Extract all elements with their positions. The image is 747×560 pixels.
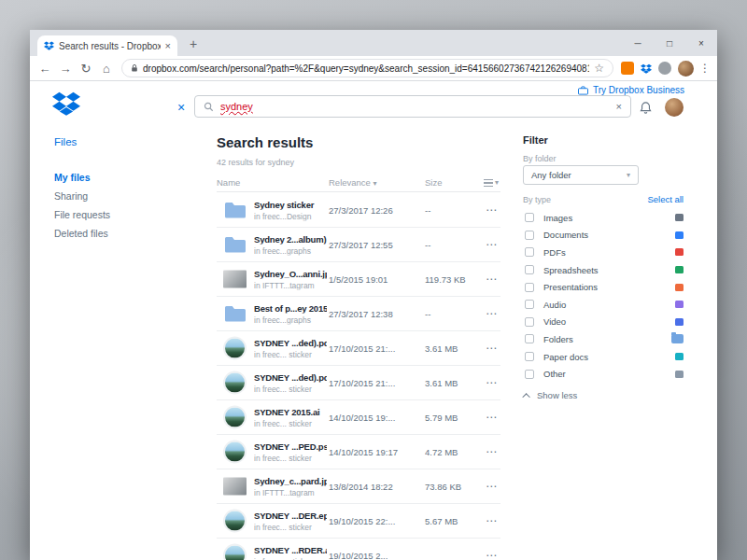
row-more-button[interactable]: ⋯ <box>486 549 497 560</box>
browser-toolbar: ← → ↻ ⌂ dropbox.com/search/personal?path… <box>30 56 717 81</box>
sticker-thumbnail <box>223 371 247 395</box>
other-type-icon <box>675 371 684 378</box>
sidebar-files-link[interactable]: Files <box>54 136 77 147</box>
search-result-row[interactable]: Sydney_O...anni.jpg in IFTTT...tagram 1/… <box>217 262 500 297</box>
row-more-button[interactable]: ⋯ <box>486 514 497 527</box>
folder-dropdown-value: Any folder <box>531 170 571 180</box>
address-bar[interactable]: dropbox.com/search/personal?path=%2F&que… <box>121 59 613 77</box>
new-tab-button[interactable]: + <box>185 36 202 53</box>
chevron-up-icon <box>522 393 529 400</box>
file-path: in freec... sticker <box>254 385 327 394</box>
file-size: 5.79 MB <box>425 413 473 423</box>
search-result-row[interactable]: SYDNEY ...ded).pdf in freec... sticker 1… <box>217 366 500 400</box>
row-more-button[interactable]: ⋯ <box>486 307 497 320</box>
account-avatar[interactable] <box>665 98 684 117</box>
file-size: 119.73 KB <box>425 274 473 285</box>
filter-type-folders[interactable]: Folders <box>523 330 687 348</box>
type-label: Folders <box>543 334 573 344</box>
type-checkbox[interactable] <box>525 283 534 292</box>
page-title: Search results <box>217 134 313 150</box>
folder-dropdown[interactable]: Any folder ▾ <box>523 165 639 185</box>
notifications-bell-icon[interactable] <box>639 101 653 119</box>
row-thumbnail <box>222 406 247 429</box>
search-query-text: sydney <box>220 101 610 112</box>
search-result-row[interactable]: Sydney 2...album) in freec...graphs 27/3… <box>217 228 500 262</box>
window-maximize-button[interactable]: □ <box>654 30 685 56</box>
row-more-button[interactable]: ⋯ <box>486 411 497 424</box>
row-more-button[interactable]: ⋯ <box>486 203 497 217</box>
file-path: in freec... sticker <box>254 523 327 532</box>
search-close-icon[interactable]: × <box>177 100 185 115</box>
extension-icon-orange[interactable] <box>621 62 634 75</box>
browser-profile-avatar[interactable] <box>678 61 694 77</box>
filter-type-images[interactable]: Images <box>523 209 687 227</box>
search-result-row[interactable]: SYDNEY ...PED.psd in freec... sticker 14… <box>217 435 500 469</box>
home-button[interactable]: ⌂ <box>97 62 116 76</box>
type-checkbox[interactable] <box>525 352 534 361</box>
extension-icon-dropbox[interactable] <box>640 62 653 75</box>
search-result-row[interactable]: SYDNEY ...DER.eps in freec... sticker 19… <box>217 504 500 539</box>
row-more-button[interactable]: ⋯ <box>486 238 497 251</box>
filter-type-paper-docs[interactable]: Paper docs <box>523 348 687 366</box>
type-checkbox[interactable] <box>525 334 534 343</box>
search-result-row[interactable]: SYDNEY ...RDER.ai in freec... sticker 19… <box>217 539 500 560</box>
forward-button[interactable]: → <box>56 62 75 76</box>
search-result-row[interactable]: SYDNEY 2015.ai in freec... sticker 14/10… <box>217 400 500 435</box>
row-more-button[interactable]: ⋯ <box>486 376 497 389</box>
type-checkbox[interactable] <box>525 370 534 379</box>
type-checkbox[interactable] <box>525 317 534 327</box>
row-thumbnail <box>222 441 247 464</box>
filter-type-presentations[interactable]: Presentations <box>523 278 687 296</box>
filter-type-video[interactable]: Video <box>523 314 687 331</box>
row-more-button[interactable]: ⋯ <box>486 480 497 493</box>
dropbox-logo-icon[interactable] <box>52 91 80 119</box>
file-size: -- <box>425 240 473 250</box>
type-checkbox[interactable] <box>525 231 534 240</box>
type-checkbox[interactable] <box>525 213 534 222</box>
type-checkbox[interactable] <box>525 300 534 309</box>
row-more-button[interactable]: ⋯ <box>486 342 497 355</box>
window-minimize-button[interactable]: ─ <box>622 30 654 56</box>
filter-type-spreadsheets[interactable]: Spreadsheets <box>523 261 687 279</box>
file-path: in freec... sticker <box>254 557 327 560</box>
search-result-row[interactable]: Best of p...ey 2015 in freec...graphs 27… <box>217 297 500 331</box>
filter-type-pdfs[interactable]: PDFs <box>523 244 687 261</box>
search-result-row[interactable]: Sydney_c...pard.jpg in IFTTT...tagram 13… <box>217 469 500 504</box>
view-options-button[interactable]: ▾ <box>484 178 499 187</box>
browser-tab[interactable]: Search results - Dropbox × <box>37 35 177 56</box>
sidebar-item-my-files[interactable]: My files <box>54 168 110 187</box>
tab-close-icon[interactable]: × <box>165 41 171 51</box>
type-checkbox[interactable] <box>525 265 534 274</box>
row-more-button[interactable]: ⋯ <box>486 273 497 286</box>
filter-type-audio[interactable]: Audio <box>523 296 687 314</box>
row-more-button[interactable]: ⋯ <box>486 445 497 458</box>
sidebar-item-sharing[interactable]: Sharing <box>54 187 110 205</box>
type-checkbox[interactable] <box>525 247 534 257</box>
images-type-icon <box>675 214 684 221</box>
search-result-row[interactable]: Sydney sticker in freec...Design 27/3/20… <box>217 193 500 228</box>
column-relevance-sort[interactable]: Relevance ▾ <box>329 177 377 188</box>
type-label: PDFs <box>543 247 566 258</box>
row-thumbnail <box>222 305 247 323</box>
file-name: Sydney 2...album) <box>254 234 327 245</box>
sidebar-item-deleted-files[interactable]: Deleted files <box>54 224 110 243</box>
window-close-button[interactable]: × <box>685 30 717 56</box>
column-name: Name <box>217 177 240 188</box>
reload-button[interactable]: ↻ <box>77 62 95 76</box>
show-less-button[interactable]: Show less <box>525 390 577 400</box>
select-all-link[interactable]: Select all <box>647 194 684 204</box>
filter-type-other[interactable]: Other <box>523 365 687 383</box>
file-path: in IFTTT...tagram <box>254 488 327 497</box>
extension-icon-gray[interactable] <box>658 62 671 75</box>
try-dropbox-business-link[interactable]: Try Dropbox Business <box>578 85 684 95</box>
bookmark-star-icon[interactable]: ☆ <box>594 62 604 75</box>
search-input[interactable]: sydney × <box>194 95 631 118</box>
search-result-row[interactable]: SYDNEY ...ded).pdf in freec... sticker 1… <box>217 331 500 366</box>
back-button[interactable]: ← <box>35 62 54 76</box>
folders-type-icon <box>671 334 684 343</box>
sidebar-item-file-requests[interactable]: File requests <box>54 205 110 224</box>
filter-title: Filter <box>523 134 548 146</box>
search-clear-icon[interactable]: × <box>616 101 622 112</box>
filter-type-documents[interactable]: Documents <box>523 227 687 245</box>
browser-menu-icon[interactable]: ⋮ <box>698 62 712 75</box>
